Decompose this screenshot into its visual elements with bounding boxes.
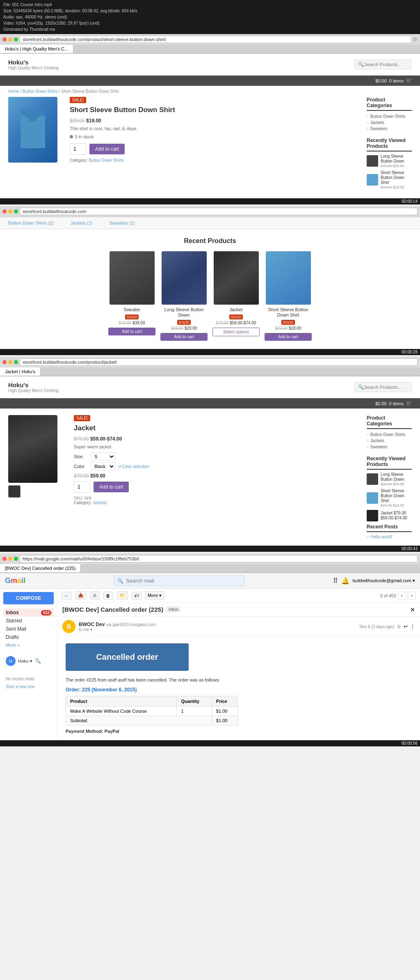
subtotal-label-cell: Subtotal: <box>66 716 212 725</box>
notifications-icon[interactable]: 🔔 <box>341 577 349 585</box>
recently-item-2[interactable]: Short Sleeve Button Down Shirt $29.00 $1… <box>367 170 412 189</box>
url-bar-4[interactable]: https://mail.google.com/mail/u/0/#inbox/… <box>20 555 418 562</box>
sender-to[interactable]: to me ▾ <box>79 627 155 632</box>
product-image-long-sleeve <box>162 251 207 305</box>
browser-close-btn-3[interactable] <box>2 360 7 364</box>
timestamp-2: 00:00:28 <box>0 349 420 355</box>
jacket-recently-3[interactable]: Jacket $79.00 $59.00-$74.00 <box>367 510 412 521</box>
product-price: $29.00 $19.00 <box>70 118 367 124</box>
quantity-input[interactable] <box>70 143 86 155</box>
add-to-cart-long-sleeve[interactable]: Add to cart <box>160 333 208 341</box>
jacket-recently-1[interactable]: Long Sleeve Button Down $39.00 $29.00 <box>367 472 412 486</box>
nav-inbox[interactable]: Inbox 410 <box>3 608 54 617</box>
add-to-cart-sweater[interactable]: Add to cart <box>108 328 155 335</box>
browser-min-btn-2[interactable] <box>8 209 12 213</box>
back-button[interactable]: ← <box>62 592 72 600</box>
url-bar-2[interactable]: storefront.buildwithoutcode.com <box>20 208 418 215</box>
gmail-username[interactable]: Hoku ▾ <box>18 659 32 664</box>
browser-close-btn[interactable] <box>2 37 7 41</box>
cart-icon[interactable]: 🛒 <box>406 78 412 83</box>
gmail-search-input[interactable] <box>126 578 233 584</box>
card-sale-badge-jacket: SALE! <box>229 314 243 319</box>
nav-more[interactable]: More » <box>3 641 54 649</box>
prev-email-button[interactable]: ‹ <box>398 592 406 600</box>
search-input-3[interactable] <box>364 385 409 390</box>
url-bar-3[interactable]: storefront.buildwithoutcode.com/product/… <box>20 358 418 366</box>
no-chats-label: No recent chats <box>3 674 54 684</box>
gmail-search-bar[interactable]: 🔍 <box>114 576 245 586</box>
sender-via: via gatr4203.hostgator.com <box>106 622 156 627</box>
browser-close-btn-4[interactable] <box>2 557 7 561</box>
compose-button[interactable]: COMPOSE <box>3 592 54 604</box>
jacket-cat-2[interactable]: Jackets <box>367 438 412 444</box>
jacket-qty-input[interactable] <box>74 481 90 493</box>
tab-4-active[interactable]: [BWOC Dev] Cancelled order (225) <box>0 564 81 572</box>
tab-1-active[interactable]: Hoku's | High Quality Men's C... <box>0 45 73 53</box>
browser-close-btn-2[interactable] <box>2 209 7 213</box>
tab-jackets[interactable]: Jackets (1) <box>62 217 101 229</box>
tab-bar-3: Jacket | Hoku's <box>0 367 420 376</box>
breadcrumb-category[interactable]: Button Down Shirts <box>23 89 58 94</box>
nav-starred[interactable]: Starred <box>3 617 54 625</box>
browser-max-btn-4[interactable] <box>14 557 18 561</box>
nav-drafts[interactable]: Drafts <box>3 633 54 641</box>
tab-sweaters[interactable]: Sweaters (1) <box>101 217 143 229</box>
cart-icon-3[interactable]: 🛒 <box>406 401 412 406</box>
clear-selection-link[interactable]: ↺ Clear selection <box>118 464 149 469</box>
browser-max-btn[interactable] <box>14 37 18 41</box>
product-category: Category: Button Down Shirts <box>70 158 367 163</box>
jacket-recently-2[interactable]: Short Sleeve Button Down Shirt $29.00 $1… <box>367 489 412 507</box>
jacket-sale-badge: SALE! <box>74 415 90 421</box>
col-header-product: Product <box>66 696 177 706</box>
account-icon[interactable]: buildwithoutcode@gmail.com ▾ <box>353 578 415 583</box>
labels-button[interactable]: 🏷 <box>131 592 142 600</box>
recently-item-1[interactable]: Long Sleeve Button Down $39.00 $29.00 <box>367 154 412 168</box>
search-input[interactable] <box>364 62 409 67</box>
delete-button[interactable]: 🗑 <box>103 592 113 600</box>
browser-min-btn-3[interactable] <box>8 360 12 364</box>
report-spam-button[interactable]: ⚠ <box>90 591 100 600</box>
apps-icon[interactable]: ⠿ <box>333 577 338 585</box>
jacket-image-area <box>8 415 66 539</box>
tab-button-down[interactable]: Button Down Shirts (2) <box>0 217 62 229</box>
post-item-1[interactable]: ○ Hello world! <box>367 535 412 539</box>
svg-rect-2 <box>29 115 37 122</box>
url-bar-1[interactable]: storefront.buildwithoutcode.com/product/… <box>20 36 411 43</box>
store-search-box[interactable]: 🔍 <box>354 60 412 69</box>
video-audio: Audio: aac, 48000 Hz, stereo (und) <box>3 14 417 20</box>
browser-max-btn-3[interactable] <box>14 360 18 364</box>
search-icon-sidebar[interactable]: 🔍 <box>35 658 41 664</box>
star-icon[interactable]: ☆ <box>397 624 401 629</box>
start-new-chat[interactable]: Start a new one <box>3 684 54 690</box>
archive-button[interactable]: 📥 <box>75 591 87 600</box>
category-item-2[interactable]: Jackets <box>367 119 412 126</box>
category-item-1[interactable]: Button Down Shirts <box>367 113 412 119</box>
nav-sent[interactable]: Sent Mail <box>3 625 54 633</box>
move-to-button[interactable]: 📁 <box>116 591 128 600</box>
browser-max-btn-2[interactable] <box>14 209 18 213</box>
jacket-add-to-cart-button[interactable]: Add to cart <box>94 482 129 492</box>
more-options-button[interactable]: More ▾ <box>145 591 164 600</box>
size-select[interactable]: S M L <box>91 452 115 461</box>
category-link[interactable]: Button Down Shirts <box>89 158 124 163</box>
jacket-category-link[interactable]: Jackets <box>93 500 107 505</box>
browser-min-btn-4[interactable] <box>8 557 12 561</box>
reply-icon[interactable]: ↩ <box>404 624 408 629</box>
store-search-3[interactable]: 🔍 <box>354 382 412 392</box>
select-options-jacket[interactable]: Select options <box>212 328 260 336</box>
color-select[interactable]: Black <box>91 462 115 470</box>
add-to-cart-short-sleeve[interactable]: Add to cart <box>265 333 312 341</box>
next-email-button[interactable]: › <box>408 592 416 600</box>
add-to-cart-button[interactable]: Add to cart <box>89 144 125 154</box>
category-item-3[interactable]: Sweaters <box>367 126 412 132</box>
browser-min-btn[interactable] <box>8 37 12 41</box>
close-subject-icon[interactable]: ✕ <box>410 606 415 613</box>
tab-3-active[interactable]: Jacket | Hoku's <box>0 367 41 376</box>
jacket-cat-1[interactable]: Button Down Shirts <box>367 431 412 438</box>
jacket-cat-3[interactable]: Sweaters <box>367 444 412 450</box>
browser-bar-4: https://mail.google.com/mail/u/0/#inbox/… <box>0 553 420 564</box>
more-icon[interactable]: ⋮ <box>410 624 415 629</box>
breadcrumb-home[interactable]: Home <box>8 89 19 94</box>
browser-chrome-2: storefront.buildwithoutcode.com <box>0 206 420 217</box>
order-link[interactable]: Order: 225 (November 6, 2015) <box>66 687 137 693</box>
